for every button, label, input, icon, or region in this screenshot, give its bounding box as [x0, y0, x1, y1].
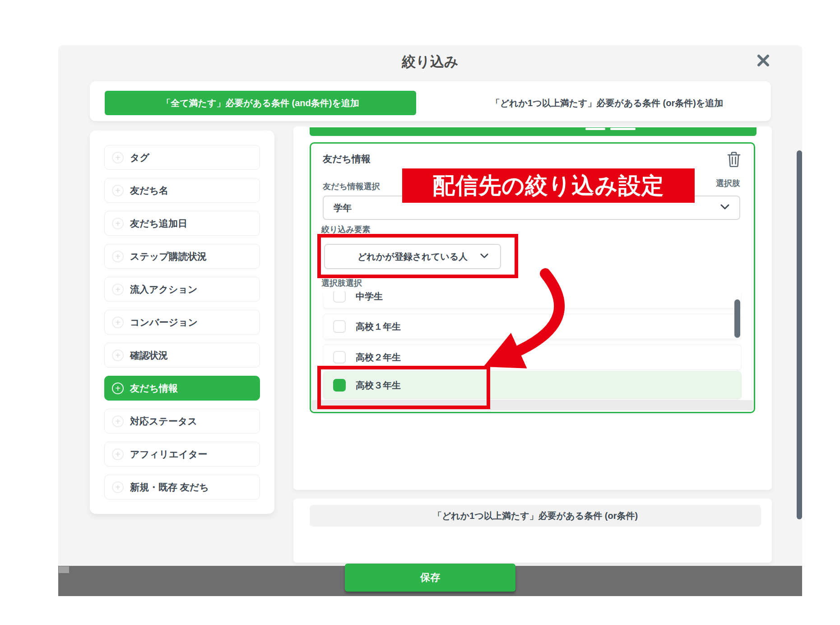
add-and-condition-button[interactable]: 「全て満たす」必要がある条件 (and条件)を追加 [105, 91, 416, 115]
choice-option-label: 高校３年生 [356, 379, 401, 392]
condition-card-title: 友だち情報 [323, 153, 371, 165]
delete-condition-button[interactable] [725, 151, 743, 169]
sidebar-item-label: コンバージョン [130, 316, 198, 329]
filter-element-select[interactable]: どれかが登録されている人 [324, 244, 501, 269]
chevron-down-icon [480, 252, 488, 261]
plus-circle-icon: + [112, 415, 124, 427]
checkbox-unchecked-icon[interactable] [333, 351, 346, 364]
footer-corner-notch [59, 566, 69, 573]
plus-circle-icon: + [112, 152, 124, 163]
save-button[interactable]: 保存 [345, 564, 515, 592]
cutoff-text-sliver [585, 128, 605, 130]
info-select-label: 友だち情報選択 [323, 181, 380, 192]
choice-option-label: 高校１年生 [356, 321, 401, 333]
sidebar-item[interactable]: +アフィリエイター [104, 442, 260, 466]
cutoff-text-sliver [610, 128, 636, 130]
sidebar-item[interactable]: +流入アクション [104, 277, 260, 302]
annotation-banner: 配信先の絞り込み設定 [402, 168, 695, 203]
or-condition-header[interactable]: 「どれか1つ以上満たす」必要がある条件 (or条件) [310, 505, 761, 527]
sidebar-item-label: ステップ購読状況 [130, 250, 207, 263]
sidebar-item-label: タグ [130, 151, 149, 164]
and-condition-header-partial [310, 127, 756, 136]
sidebar-item-label: 友だち追加日 [130, 217, 187, 230]
filter-element-label: 絞り込み要素 [321, 224, 371, 235]
condition-category-sidebar: +タグ+友だち名+友だち追加日+ステップ購読状況+流入アクション+コンバージョン… [90, 131, 274, 514]
choice-option-row[interactable]: 高校１年生 [323, 314, 742, 339]
plus-circle-icon: + [112, 448, 124, 460]
plus-circle-icon: + [112, 481, 124, 493]
option-list-scrollbar[interactable] [734, 299, 740, 338]
plus-circle-icon: + [112, 382, 124, 394]
chevron-down-icon [720, 204, 729, 212]
page: 絞り込み 「全て満たす」必要がある条件 (and条件)を追加 「どれか1つ以上満… [0, 0, 840, 625]
close-icon [756, 63, 771, 70]
choice-option-list: 中学生高校１年生高校２年生高校３年生 [323, 291, 742, 402]
sidebar-item[interactable]: +コンバージョン [104, 310, 260, 335]
sidebar-item[interactable]: +新規・既存 友だち [104, 475, 260, 499]
choice-option-row[interactable]: 高校３年生 [323, 371, 742, 399]
sidebar-item[interactable]: +友だち追加日 [104, 211, 260, 236]
close-button[interactable] [753, 51, 774, 71]
checkbox-checked-icon[interactable] [333, 379, 346, 392]
checkbox-unchecked-icon[interactable] [333, 320, 346, 333]
sidebar-item-label: アフィリエイター [130, 448, 207, 461]
choices-right-label: 選択肢 [711, 178, 740, 189]
trash-icon [726, 163, 742, 169]
sidebar-item-label: 確認状況 [130, 349, 168, 362]
sidebar-item[interactable]: +タグ [104, 145, 260, 170]
sidebar-item-label: 友だち情報 [130, 382, 178, 395]
checkbox-unchecked-icon[interactable] [333, 291, 346, 303]
choice-option-label: 高校２年生 [356, 351, 401, 364]
add-or-condition-button[interactable]: 「どれか1つ以上満たす」必要がある条件 (or条件)を追加 [451, 91, 763, 115]
sidebar-item[interactable]: +ステップ購読状況 [104, 244, 260, 269]
modal-scrollbar[interactable] [797, 150, 802, 519]
sidebar-item[interactable]: +対応ステータス [104, 409, 260, 434]
sidebar-item-label: 対応ステータス [130, 415, 197, 428]
sidebar-item[interactable]: +友だち名 [104, 178, 260, 203]
plus-circle-icon: + [112, 284, 124, 295]
plus-circle-icon: + [112, 350, 124, 361]
choice-option-row[interactable]: 高校２年生 [323, 345, 742, 370]
choice-option-row[interactable]: 中学生 [323, 291, 742, 308]
plus-circle-icon: + [112, 185, 124, 196]
sidebar-item-label: 友だち名 [130, 184, 168, 197]
plus-circle-icon: + [112, 317, 124, 328]
sidebar-item[interactable]: +確認状況 [104, 343, 260, 368]
plus-circle-icon: + [112, 251, 124, 262]
sidebar-item[interactable]: +友だち情報 [104, 376, 260, 401]
choice-select-label: 選択肢選択 [321, 278, 362, 289]
plus-circle-icon: + [112, 218, 124, 229]
modal-title: 絞り込み [58, 52, 802, 71]
sidebar-item-label: 流入アクション [130, 283, 197, 296]
sidebar-item-label: 新規・既存 友だち [130, 481, 209, 494]
choice-option-label: 中学生 [356, 291, 383, 303]
